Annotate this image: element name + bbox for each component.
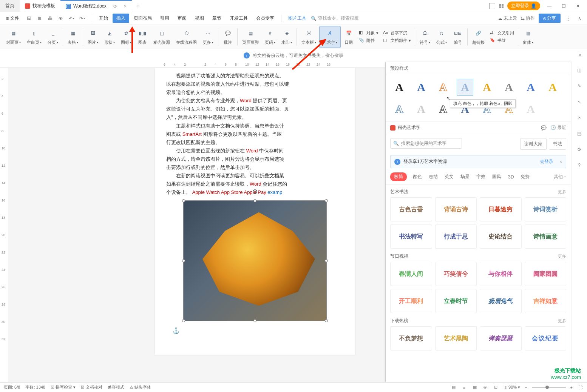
rib-formula[interactable]: π公式 <box>433 26 450 48</box>
status-words[interactable]: 字数: 1348 <box>25 384 45 390</box>
wa-card[interactable]: 巧笑倩兮 <box>435 262 477 286</box>
wa-card[interactable]: 春满人间 <box>390 262 432 286</box>
view-page-icon[interactable]: ▤ <box>451 384 457 390</box>
view-outline-icon[interactable]: ≡ <box>461 384 467 390</box>
rib-textbox[interactable]: Ⓐ文本框 <box>298 26 319 48</box>
view-web-icon[interactable]: ▦ <box>472 384 478 390</box>
menu-view[interactable]: 视图 <box>191 14 208 23</box>
wa-tab-effect[interactable]: 字效 <box>476 172 486 181</box>
selected-image[interactable]: ⚓ <box>183 200 327 321</box>
wa-tab-scene[interactable]: 场景 <box>460 172 470 181</box>
rib-table[interactable]: ▦表格 <box>65 26 81 48</box>
rib-dropcap[interactable]: A≡首字下沉 <box>383 30 411 36</box>
preset-6[interactable]: A <box>500 79 517 95</box>
rib-flow[interactable]: ⬡在线流程图 <box>173 26 200 48</box>
command-search[interactable]: 🔍 查找命令、搜索模板 <box>311 15 359 22</box>
login-link[interactable]: 去登录 <box>540 158 553 165</box>
rib-xref[interactable]: ⇄交叉引用 <box>490 30 514 36</box>
chip-thanks[interactable]: 谢谢大家 <box>520 138 547 150</box>
wa-card[interactable]: 不负梦想 <box>390 326 432 350</box>
preset-11[interactable]: A <box>435 101 451 117</box>
wordart-search-input[interactable] <box>390 138 462 149</box>
wa-tab-simple[interactable]: 极简 <box>390 172 407 181</box>
menu-insert[interactable]: 插入 <box>113 14 129 23</box>
layout-icon[interactable] <box>489 3 495 9</box>
menu-dev[interactable]: 开发工具 <box>226 14 252 23</box>
preset-5[interactable]: A <box>479 79 495 95</box>
redo-icon[interactable]: ↷ <box>78 15 86 22</box>
wa-card[interactable]: 开工顺利 <box>390 289 432 313</box>
feedback-icon[interactable]: 💬 <box>541 125 547 131</box>
rib-bookmark[interactable]: 🔖书签 <box>490 38 514 44</box>
rib-pagenum[interactable]: #页码 <box>262 26 278 48</box>
view-read-icon[interactable]: 👁 <box>482 384 488 390</box>
resize-handle-bm[interactable] <box>253 319 256 322</box>
close-button[interactable]: ✕ <box>573 1 583 11</box>
preset-8[interactable]: A <box>544 79 561 95</box>
preset-15[interactable]: A <box>522 101 539 117</box>
rib-header[interactable]: ▤页眉页脚 <box>239 26 262 48</box>
menu-picture-tools[interactable]: 图片工具 <box>284 14 310 23</box>
rib-shape[interactable]: ◭形状 <box>101 26 118 48</box>
rib-blank[interactable]: ▯空白页 <box>24 26 45 48</box>
print-preview-icon[interactable]: 👁 <box>57 15 65 22</box>
preset-4-selected[interactable]: A <box>457 79 473 95</box>
wa-tab-color[interactable]: 颜色 <box>412 172 423 181</box>
more-festival[interactable]: 更多 <box>558 254 566 259</box>
rib-comment[interactable]: 💬批注 <box>220 26 236 48</box>
rsb-nav-icon[interactable]: ▤ <box>576 130 583 137</box>
wa-tab-other[interactable]: 其他 ≡ <box>554 174 566 180</box>
rsb-select-icon[interactable]: ↖ <box>576 98 583 106</box>
preset-2[interactable]: A <box>413 79 429 95</box>
zoom-level[interactable]: ◫ 90% ▾ <box>504 385 520 390</box>
vertical-ruler[interactable]: 2 4 6 8 10 12 14 16 18 20 22 24 26 28 30… <box>0 68 8 382</box>
more-calligraphy[interactable]: 更多 <box>558 189 566 195</box>
preset-9[interactable]: A <box>391 101 408 117</box>
tab-reload-icon[interactable]: ⟳ <box>113 4 117 9</box>
login-banner-close[interactable]: × <box>559 159 562 164</box>
rsb-format-icon[interactable]: ◫ <box>576 66 583 74</box>
wa-card[interactable]: 扬眉兔气 <box>480 289 522 313</box>
rib-more[interactable]: ⋯更多 <box>200 26 216 48</box>
print-icon[interactable]: 🖶 <box>46 15 54 22</box>
tab-home[interactable]: 首页 <box>0 0 20 12</box>
rib-date[interactable]: 📅日期 <box>341 26 357 48</box>
wa-tab-english[interactable]: 英文 <box>444 172 454 181</box>
resize-handle-ml[interactable] <box>182 259 185 262</box>
wa-tab-free[interactable]: 免费 <box>520 172 530 181</box>
rib-icon[interactable]: ✿图标 <box>118 26 134 48</box>
status-proof[interactable]: ☒ 文档校对 <box>81 384 102 390</box>
resize-handle-bl[interactable] <box>182 319 185 322</box>
wa-tab-summary[interactable]: 总结 <box>428 172 439 181</box>
rib-break[interactable]: ⎯分页 <box>45 26 61 48</box>
zoom-in[interactable]: + <box>570 385 573 390</box>
fit-icon[interactable]: ⊡ <box>493 384 499 390</box>
login-button[interactable]: 立即登录 👤 <box>507 2 540 10</box>
grid-icon[interactable] <box>499 4 504 8</box>
rib-chart[interactable]: ▮▯▮图表 <box>134 26 150 48</box>
collapse-ribbon-icon[interactable]: ∧ <box>576 15 583 22</box>
recent-button[interactable]: 🕓 最近 <box>550 125 566 131</box>
cloud-status[interactable]: ☁未上云 <box>498 15 517 22</box>
rsb-settings-icon[interactable]: ⚙ <box>576 146 583 153</box>
rib-symbol[interactable]: Ω符号 <box>417 26 433 48</box>
fullscreen-icon[interactable]: ⛶ <box>577 384 583 390</box>
wa-card[interactable]: 与你相伴 <box>480 262 522 286</box>
file-menu[interactable]: ≡文件 <box>4 15 22 22</box>
wa-card[interactable]: 艺术黑陶 <box>435 326 477 350</box>
wa-card[interactable]: 行成于思 <box>435 224 477 249</box>
menu-reference[interactable]: 引用 <box>156 14 173 23</box>
document-body[interactable]: 视频提供了功能强大的方法帮助您证明您的观点。 以在想要添加的视频的嵌入代码中进行… <box>166 72 344 197</box>
wa-card[interactable]: 诗情画意 <box>525 224 567 249</box>
rsb-more-icon[interactable]: ⋯ <box>576 370 583 378</box>
status-spell[interactable]: ☒ 拼写检查 ▾ <box>51 384 76 390</box>
menu-start[interactable]: 开始 <box>95 14 112 23</box>
resize-handle-mr[interactable] <box>325 259 328 262</box>
infobar-close[interactable]: × <box>578 52 582 59</box>
tab-templates[interactable]: 找稻壳模板 <box>20 0 60 12</box>
wa-card[interactable]: 吉祥如意 <box>525 289 567 313</box>
save-icon[interactable]: 🖫 <box>25 15 33 22</box>
rsb-clip-icon[interactable]: ✂ <box>576 114 583 121</box>
preset-3[interactable]: A <box>435 79 451 95</box>
zoom-slider[interactable] <box>532 387 566 388</box>
